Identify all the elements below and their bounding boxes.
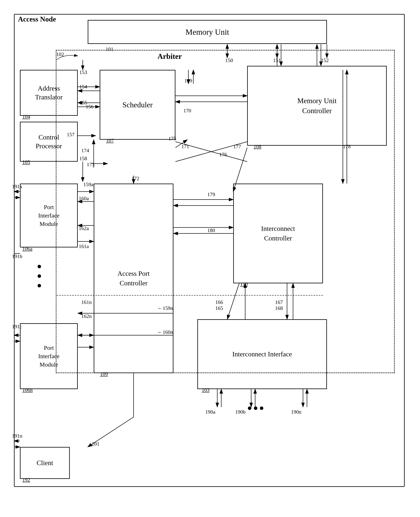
ref-166: 166 <box>215 299 223 305</box>
ref-178: 178 <box>343 144 351 150</box>
ref-153: 153 <box>79 69 87 75</box>
ref-179: 179 <box>207 192 215 198</box>
ref-161n: 161n <box>81 299 92 305</box>
ref-160a: 160a <box>79 196 89 201</box>
address-translator-label: AddressTranslator <box>35 84 63 101</box>
ref-105: 105 <box>22 159 30 165</box>
ref-104: 104 <box>22 114 30 120</box>
ref-103: 103 <box>202 387 210 393</box>
ref-177: 177 <box>233 144 241 150</box>
ref-154: 154 <box>79 84 87 90</box>
ref-108: 108 <box>254 144 261 150</box>
ref-176: 176 <box>219 152 227 158</box>
ref-159n: ←159n <box>158 305 173 311</box>
ref-106a: 106a <box>22 246 32 252</box>
ref-162n: 162n <box>81 313 92 319</box>
ref-157: 157 <box>67 132 75 138</box>
ref-161a: 161a <box>79 243 89 249</box>
ref-191c: 191c <box>12 324 22 330</box>
interconnect-interface-box: Interconnect Interface <box>197 319 327 389</box>
ref-168: 168 <box>275 305 283 311</box>
memory-unit-box: Memory Unit <box>88 20 327 44</box>
ref-109: 109 <box>100 371 108 377</box>
ref-170: 170 <box>183 108 191 114</box>
ref-156: 156 <box>86 104 93 110</box>
ref-180: 180 <box>207 227 215 233</box>
ref-192: 192 <box>22 477 30 483</box>
ref-165: 165 <box>215 305 223 311</box>
port-interface-module-a-box: PortInterfaceModule <box>20 184 78 247</box>
interconnect-interface-label: Interconnect Interface <box>232 350 292 358</box>
ref-201: 201 <box>92 441 99 447</box>
port-interface-module-n-label: PortInterfaceModule <box>38 344 60 369</box>
ref-159a: 159a <box>83 182 93 188</box>
client-label: Client <box>37 459 53 467</box>
ref-160n: ←160n <box>158 329 173 335</box>
ref-102: 102 <box>56 52 64 57</box>
ref-107: 107 <box>106 138 114 144</box>
ref-106n: 106n <box>22 387 33 393</box>
port-interface-module-a-label: PortInterfaceModule <box>38 203 60 228</box>
scheduler-label: Scheduler <box>122 100 153 109</box>
address-translator-box: AddressTranslator <box>20 70 78 116</box>
dots-pim-middle: ●●● <box>37 261 41 290</box>
ref-191b: 191b <box>12 253 22 259</box>
access-port-controller-box: Access PortController <box>94 184 173 373</box>
access-node-label: Access Node <box>18 15 56 23</box>
ref-173: 173 <box>87 162 95 168</box>
ref-190n: 190n <box>291 409 301 415</box>
ref-158: 158 <box>79 156 87 162</box>
access-port-controller-label: Access PortController <box>117 269 150 288</box>
memory-unit-label: Memory Unit <box>186 27 229 37</box>
memory-unit-controller-box: Memory UnitController <box>247 66 387 146</box>
ref-174: 174 <box>81 148 89 154</box>
control-processor-box: ControlProcessor <box>20 122 78 162</box>
interconnect-controller-box: InterconnectController <box>233 184 323 283</box>
memory-unit-controller-label: Memory UnitController <box>297 96 337 116</box>
ref-152: 152 <box>321 57 329 63</box>
ref-151: 151 <box>273 57 281 63</box>
ref-175: 175 <box>168 136 176 142</box>
ref-191n: 191n <box>12 433 22 439</box>
arbiter-label: Arbiter <box>158 52 182 61</box>
ref-169: 169 <box>184 78 192 84</box>
ref-110: 110 <box>240 281 248 287</box>
ref-167: 167 <box>275 299 283 305</box>
ref-150: 150 <box>225 57 233 63</box>
ref-172: 172 <box>132 176 139 182</box>
ref-190a: 190a <box>205 409 216 415</box>
ref-162a: 162a <box>79 225 89 231</box>
dots-interconnect-bottom: ● ● ● <box>247 403 263 413</box>
scheduler-box: Scheduler <box>100 70 175 140</box>
control-processor-label: ControlProcessor <box>36 133 62 150</box>
client-box: Client <box>20 447 70 479</box>
ref-190b: 190b <box>235 409 246 415</box>
ref-171: 171 <box>181 144 189 150</box>
port-interface-module-n-box: PortInterfaceModule <box>20 323 78 389</box>
ref-191a: 191a <box>12 184 22 190</box>
interconnect-controller-label: InterconnectController <box>261 224 295 243</box>
